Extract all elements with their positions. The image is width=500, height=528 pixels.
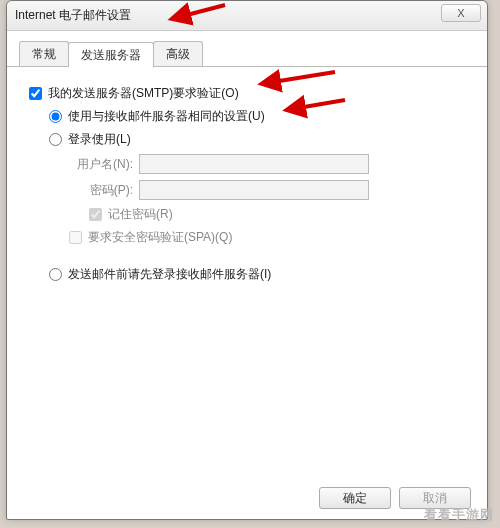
close-button[interactable]: X	[441, 4, 481, 22]
username-input[interactable]	[139, 154, 369, 174]
password-row: 密码(P):	[69, 180, 465, 200]
dialog-window: Internet 电子邮件设置 X 常规 发送服务器 高级 我的发送服务器(SM…	[6, 0, 488, 520]
remember-password-checkbox[interactable]	[89, 208, 102, 221]
tab-strip: 常规 发送服务器 高级	[7, 39, 487, 67]
login-first-radio[interactable]	[49, 268, 62, 281]
login-first-label: 发送邮件前请先登录接收邮件服务器(I)	[68, 266, 271, 283]
tab-general[interactable]: 常规	[19, 41, 69, 66]
tab-content: 我的发送服务器(SMTP)要求验证(O) 使用与接收邮件服务器相同的设置(U) …	[7, 67, 487, 299]
tab-advanced[interactable]: 高级	[153, 41, 203, 66]
smtp-auth-label: 我的发送服务器(SMTP)要求验证(O)	[48, 85, 239, 102]
username-row: 用户名(N):	[69, 154, 465, 174]
use-same-settings-label: 使用与接收邮件服务器相同的设置(U)	[68, 108, 265, 125]
login-using-row: 登录使用(L)	[49, 131, 465, 148]
close-icon: X	[457, 7, 464, 19]
ok-button[interactable]: 确定	[319, 487, 391, 509]
spa-label: 要求安全密码验证(SPA)(Q)	[88, 229, 232, 246]
spa-checkbox[interactable]	[69, 231, 82, 244]
window-title: Internet 电子邮件设置	[15, 7, 131, 24]
login-using-radio[interactable]	[49, 133, 62, 146]
spa-row: 要求安全密码验证(SPA)(Q)	[69, 229, 465, 246]
username-label: 用户名(N):	[69, 156, 139, 173]
remember-password-row: 记住密码(R)	[89, 206, 465, 223]
use-same-settings-row: 使用与接收邮件服务器相同的设置(U)	[49, 108, 465, 125]
password-label: 密码(P):	[69, 182, 139, 199]
title-bar: Internet 电子邮件设置 X	[7, 1, 487, 31]
use-same-settings-radio[interactable]	[49, 110, 62, 123]
smtp-auth-checkbox[interactable]	[29, 87, 42, 100]
tab-outgoing-server[interactable]: 发送服务器	[68, 42, 154, 67]
remember-password-label: 记住密码(R)	[108, 206, 173, 223]
login-first-row: 发送邮件前请先登录接收邮件服务器(I)	[49, 266, 465, 283]
watermark: 看看手游网	[424, 506, 494, 524]
password-input[interactable]	[139, 180, 369, 200]
smtp-auth-row: 我的发送服务器(SMTP)要求验证(O)	[29, 85, 465, 102]
login-using-label: 登录使用(L)	[68, 131, 131, 148]
